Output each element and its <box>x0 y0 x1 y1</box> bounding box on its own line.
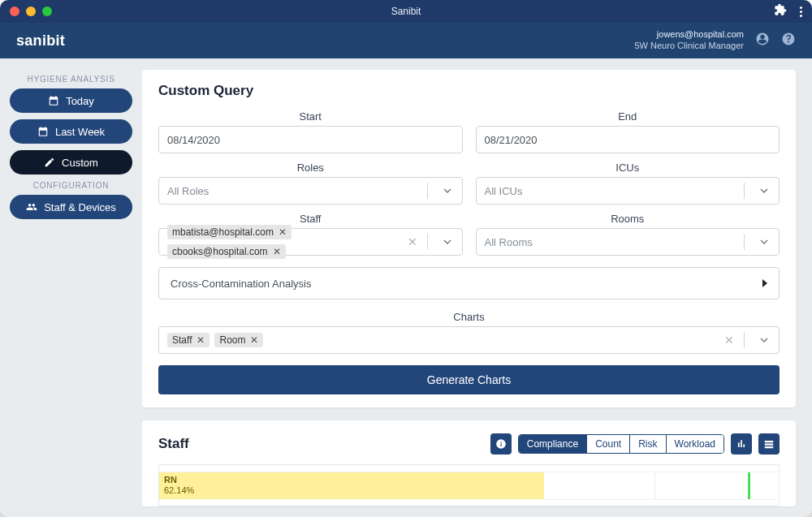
help-icon[interactable] <box>781 32 796 50</box>
calendar-icon <box>48 95 59 106</box>
remove-tag-icon[interactable]: ✕ <box>250 334 258 346</box>
chart-view-button[interactable] <box>731 433 752 455</box>
user-role: 5W Neuro Clinical Manager <box>635 41 745 52</box>
window-controls <box>10 6 52 16</box>
end-label: End <box>476 110 780 123</box>
chevron-down-icon <box>441 184 454 197</box>
main-content: Custom Query Start 08/14/2020 End 08/21/… <box>142 58 812 517</box>
extension-icon[interactable] <box>774 3 787 19</box>
start-label: Start <box>158 110 463 123</box>
sidebar-item-label: Staff & Devices <box>44 201 116 213</box>
minimize-window-icon[interactable] <box>26 6 36 16</box>
roles-label: Roles <box>158 162 463 174</box>
user-info: jowens@hospital.com 5W Neuro Clinical Ma… <box>635 29 745 52</box>
roles-select[interactable]: All Roles <box>158 177 463 205</box>
brand-logo: sanibit <box>16 32 65 50</box>
staff-multiselect[interactable]: mbatista@hospital.com✕ cbooks@hospital.c… <box>158 228 463 256</box>
staff-chart-card: Staff Compliance Count Risk Workload <box>142 420 796 506</box>
bar-chart-icon <box>736 438 747 450</box>
maximize-window-icon[interactable] <box>42 6 52 16</box>
clear-all-icon[interactable]: ✕ <box>404 235 421 248</box>
app-window: Sanibit sanibit jowens@hospital.com 5W N… <box>0 0 812 517</box>
remove-tag-icon[interactable]: ✕ <box>197 334 205 346</box>
titlebar: Sanibit <box>0 0 812 23</box>
sidebar-item-label: Last Week <box>55 126 105 138</box>
end-date-input[interactable]: 08/21/2020 <box>476 126 780 153</box>
kebab-menu-icon[interactable] <box>800 6 802 17</box>
page-title: Custom Query <box>158 83 780 99</box>
rooms-label: Rooms <box>476 213 780 225</box>
clear-all-icon[interactable]: ✕ <box>721 334 737 347</box>
staff-compliance-chart: RN62.14% <box>158 464 780 506</box>
users-icon <box>26 201 37 213</box>
segment-workload[interactable]: Workload <box>666 435 723 453</box>
sidebar-section-config: CONFIGURATION <box>10 181 132 190</box>
rooms-select[interactable]: All Rooms <box>476 228 780 256</box>
account-icon[interactable] <box>755 32 770 50</box>
charts-multiselect[interactable]: Staff✕ Room✕ ✕ <box>158 326 780 354</box>
chevron-down-icon <box>758 334 771 347</box>
sidebar-item-custom[interactable]: Custom <box>10 150 132 174</box>
generate-charts-button[interactable]: Generate Charts <box>158 365 780 394</box>
segment-count[interactable]: Count <box>586 435 629 453</box>
staff-label: Staff <box>158 213 463 225</box>
sidebar-section-analysis: HYGIENE ANALYSIS <box>10 75 132 84</box>
user-email: jowens@hospital.com <box>635 29 745 41</box>
app-header: sanibit jowens@hospital.com 5W Neuro Cli… <box>0 23 812 58</box>
info-button[interactable] <box>490 433 512 455</box>
charts-label: Charts <box>158 311 780 323</box>
table-view-button[interactable] <box>758 433 780 455</box>
chart-tag: Room✕ <box>214 333 263 347</box>
chart-tag: Staff✕ <box>167 333 209 347</box>
start-date-input[interactable]: 08/14/2020 <box>158 126 463 153</box>
close-window-icon[interactable] <box>10 6 19 16</box>
sidebar-item-label: Custom <box>62 157 98 169</box>
sidebar-item-label: Today <box>66 95 94 107</box>
remove-tag-icon[interactable]: ✕ <box>273 246 281 257</box>
staff-tag: cbooks@hospital.com✕ <box>167 244 286 259</box>
chevron-down-icon <box>441 235 454 248</box>
icus-select[interactable]: All ICUs <box>476 177 780 205</box>
staff-card-title: Staff <box>158 436 189 452</box>
bar-row: RN62.14% <box>159 472 779 499</box>
sidebar-item-staff-devices[interactable]: Staff & Devices <box>10 195 132 219</box>
calendar-icon <box>37 126 49 137</box>
staff-tag: mbatista@hospital.com✕ <box>167 225 292 239</box>
icus-label: ICUs <box>476 162 780 174</box>
edit-icon <box>44 157 55 168</box>
sidebar: HYGIENE ANALYSIS Today Last Week Custom … <box>0 58 142 517</box>
expand-icon <box>762 279 767 287</box>
sidebar-item-today[interactable]: Today <box>10 88 132 113</box>
remove-tag-icon[interactable]: ✕ <box>279 226 287 238</box>
custom-query-card: Custom Query Start 08/14/2020 End 08/21/… <box>142 70 796 407</box>
window-title: Sanibit <box>391 6 421 17</box>
chevron-down-icon <box>758 235 771 248</box>
segment-compliance[interactable]: Compliance <box>519 435 586 453</box>
segment-risk[interactable]: Risk <box>629 435 665 453</box>
table-icon <box>763 438 775 450</box>
info-icon <box>495 438 507 450</box>
chevron-down-icon <box>758 184 771 197</box>
sidebar-item-last-week[interactable]: Last Week <box>10 119 132 144</box>
cross-contamination-accordion[interactable]: Cross-Contamination Analysis <box>158 267 780 299</box>
metric-segmented-control: Compliance Count Risk Workload <box>518 434 724 454</box>
